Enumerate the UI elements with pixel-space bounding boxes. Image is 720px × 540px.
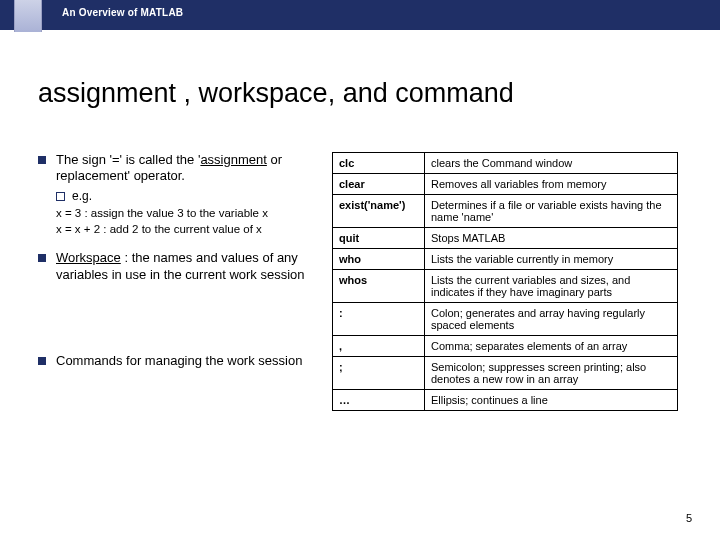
desc-cell: Lists the variable currently in memory: [425, 249, 678, 270]
header-title: An Overview of MATLAB: [62, 7, 183, 18]
table-row: ;Semicolon; suppresses screen printing; …: [333, 357, 678, 390]
bullet-text-u: assignment: [200, 152, 266, 167]
desc-cell: Comma; separates elements of an array: [425, 336, 678, 357]
content: The sign '=' is called the 'assignment o…: [38, 152, 678, 411]
cmd-cell: exist('name'): [333, 195, 425, 228]
cmd-cell: ,: [333, 336, 425, 357]
desc-cell: Semicolon; suppresses screen printing; a…: [425, 357, 678, 390]
bullet-text-pre: The sign '=' is called the ': [56, 152, 200, 167]
table-row: …Ellipsis; continues a line: [333, 390, 678, 411]
cmd-cell: ;: [333, 357, 425, 390]
bullet-text-u: Workspace: [56, 250, 121, 265]
right-column: clcclears the Command windowclearRemoves…: [332, 152, 678, 411]
table-body: clcclears the Command windowclearRemoves…: [333, 153, 678, 411]
header-bar: An Overview of MATLAB: [0, 0, 720, 30]
desc-cell: clears the Command window: [425, 153, 678, 174]
desc-cell: Ellipsis; continues a line: [425, 390, 678, 411]
sub-list: e.g.: [56, 189, 318, 204]
example-line: x = 3 : assign the value 3 to the variab…: [56, 206, 318, 220]
table-row: quitStops MATLAB: [333, 228, 678, 249]
table-row: whosLists the current variables and size…: [333, 270, 678, 303]
page-number: 5: [686, 512, 692, 524]
cmd-cell: :: [333, 303, 425, 336]
sub-item: e.g.: [56, 189, 318, 204]
desc-cell: Determines if a file or variable exists …: [425, 195, 678, 228]
desc-cell: Stops MATLAB: [425, 228, 678, 249]
table-row: ,Comma; separates elements of an array: [333, 336, 678, 357]
cmd-cell: clear: [333, 174, 425, 195]
sub-label: e.g.: [72, 189, 92, 203]
desc-cell: Colon; generates and array having regula…: [425, 303, 678, 336]
bullet-item: Commands for managing the work session: [38, 353, 318, 369]
command-table: clcclears the Command windowclearRemoves…: [332, 152, 678, 411]
example-line: x = x + 2 : add 2 to the current value o…: [56, 222, 318, 236]
cmd-cell: who: [333, 249, 425, 270]
desc-cell: Removes all variables from memory: [425, 174, 678, 195]
bullet-item: Workspace : the names and values of any …: [38, 250, 318, 283]
page-title: assignment , workspace, and command: [38, 78, 720, 109]
table-row: exist('name')Determines if a file or var…: [333, 195, 678, 228]
table-row: whoLists the variable currently in memor…: [333, 249, 678, 270]
bullet-text-pre: Commands for managing the work session: [56, 353, 302, 368]
bullet-item: The sign '=' is called the 'assignment o…: [38, 152, 318, 236]
left-column: The sign '=' is called the 'assignment o…: [38, 152, 318, 411]
table-row: clcclears the Command window: [333, 153, 678, 174]
slide: An Overview of MATLAB assignment , works…: [0, 0, 720, 540]
cmd-cell: …: [333, 390, 425, 411]
table-row: :Colon; generates and array having regul…: [333, 303, 678, 336]
cmd-cell: clc: [333, 153, 425, 174]
cmd-cell: quit: [333, 228, 425, 249]
table-row: clearRemoves all variables from memory: [333, 174, 678, 195]
cmd-cell: whos: [333, 270, 425, 303]
bullet-list: The sign '=' is called the 'assignment o…: [38, 152, 318, 369]
desc-cell: Lists the current variables and sizes, a…: [425, 270, 678, 303]
